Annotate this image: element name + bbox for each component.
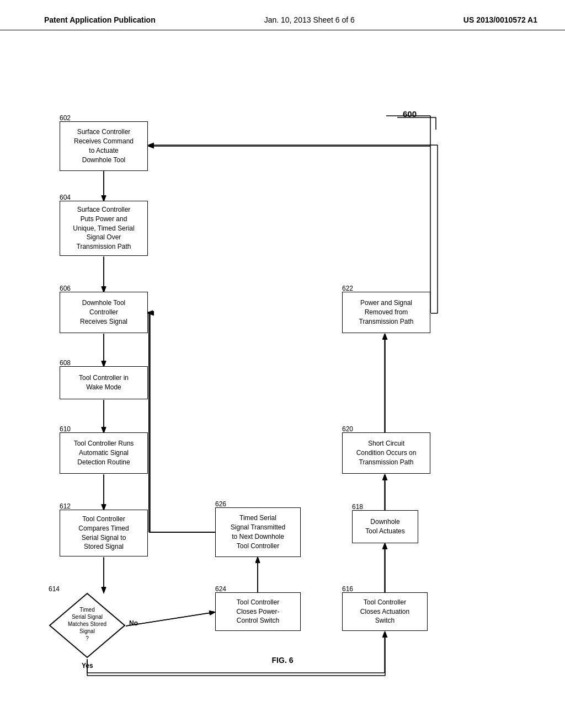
ref-602: 602 xyxy=(60,114,71,122)
svg-line-11 xyxy=(126,612,214,626)
box-618: Downhole Tool Actuates xyxy=(352,510,418,543)
box-602: Surface Controller Receives Command to A… xyxy=(60,121,148,171)
ref-626: 626 xyxy=(215,500,226,508)
box-610: Tool Controller Runs Automatic Signal De… xyxy=(60,432,148,474)
svg-text:Matches Stored: Matches Stored xyxy=(68,621,106,627)
ref-620: 620 xyxy=(342,425,353,433)
box-610-text: Tool Controller Runs Automatic Signal De… xyxy=(74,439,134,467)
svg-line-39 xyxy=(126,612,215,626)
ref-618: 618 xyxy=(352,503,363,511)
svg-text:?: ? xyxy=(86,635,89,641)
svg-text:Signal: Signal xyxy=(79,628,95,634)
ref-614: 614 xyxy=(49,585,60,593)
header-center: Jan. 10, 2013 Sheet 6 of 6 xyxy=(264,15,355,24)
diagram-area: Surface Controller Receives Command to A… xyxy=(0,36,565,687)
ref-604: 604 xyxy=(60,194,71,201)
box-626: Timed Serial Signal Transmitted to Next … xyxy=(215,507,301,557)
box-604-text: Surface Controller Puts Power and Unique… xyxy=(73,205,134,251)
box-602-text: Surface Controller Receives Command to A… xyxy=(74,127,134,164)
yes-label: Yes xyxy=(82,662,93,670)
box-604: Surface Controller Puts Power and Unique… xyxy=(60,201,148,256)
box-618-text: Downhole Tool Actuates xyxy=(365,517,404,536)
box-624-text: Tool Controller Closes Power- Control Sw… xyxy=(236,598,279,625)
ref-624: 624 xyxy=(215,585,226,593)
diamond-614: Timed Serial Signal Matches Stored Signa… xyxy=(49,592,126,659)
box-616: Tool Controller Closes Actuation Switch xyxy=(342,592,428,631)
box-620-text: Short Circuit Condition Occurs on Transm… xyxy=(356,439,417,467)
ref-600: 600 xyxy=(403,109,417,119)
figure-caption: FIG. 6 xyxy=(272,656,294,665)
ref-616: 616 xyxy=(342,585,353,593)
svg-text:Serial Signal: Serial Signal xyxy=(72,614,103,620)
box-612-text: Tool Controller Compares Timed Serial Si… xyxy=(78,515,129,552)
ref-606: 606 xyxy=(60,285,71,292)
box-606: Downhole Tool Controller Receives Signal xyxy=(60,292,148,333)
box-606-text: Downhole Tool Controller Receives Signal xyxy=(80,298,127,326)
box-626-text: Timed Serial Signal Transmitted to Next … xyxy=(231,513,285,550)
box-608: Tool Controller in Wake Mode xyxy=(60,366,148,399)
box-620: Short Circuit Condition Occurs on Transm… xyxy=(342,432,430,474)
page: Patent Application Publication Jan. 10, … xyxy=(0,0,565,728)
svg-text:Timed: Timed xyxy=(79,607,94,613)
box-616-text: Tool Controller Closes Actuation Switch xyxy=(360,598,409,625)
box-622: Power and Signal Removed from Transmissi… xyxy=(342,292,430,333)
no-label: No xyxy=(129,619,138,627)
box-612: Tool Controller Compares Timed Serial Si… xyxy=(60,510,148,556)
ref-610: 610 xyxy=(60,425,71,433)
header-right: US 2013/0010572 A1 xyxy=(463,15,537,24)
ref-612: 612 xyxy=(60,502,71,510)
box-622-text: Power and Signal Removed from Transmissi… xyxy=(359,298,414,326)
box-608-text: Tool Controller in Wake Mode xyxy=(79,373,129,392)
ref-608: 608 xyxy=(60,359,71,367)
ref-622: 622 xyxy=(342,285,353,292)
header: Patent Application Publication Jan. 10, … xyxy=(0,0,565,30)
header-left: Patent Application Publication xyxy=(44,15,156,24)
box-624: Tool Controller Closes Power- Control Sw… xyxy=(215,592,301,631)
